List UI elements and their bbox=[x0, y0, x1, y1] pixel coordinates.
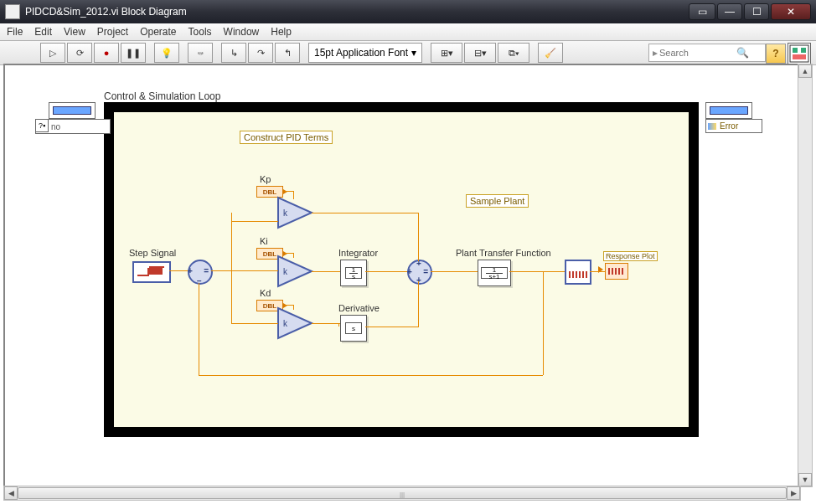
comment-plant: Sample Plant bbox=[466, 194, 529, 208]
wire bbox=[231, 221, 278, 222]
wire bbox=[543, 271, 544, 375]
plant-tf-label: Plant Transfer Function bbox=[456, 248, 551, 258]
connector-pane-icon[interactable] bbox=[788, 43, 811, 64]
wire bbox=[285, 191, 293, 192]
scroll-thumb[interactable]: ||| bbox=[18, 487, 787, 499]
wire bbox=[199, 283, 199, 375]
titlebar: PIDCD&Sim_2012.vi Block Diagram ▭ — ☐ ✕ bbox=[0, 0, 816, 23]
error-terminal[interactable]: Error bbox=[705, 119, 762, 133]
wire bbox=[285, 305, 293, 306]
wire bbox=[365, 327, 418, 327]
wire bbox=[169, 270, 188, 271]
wire bbox=[231, 213, 232, 323]
left-question-terminal[interactable]: ?▪ bbox=[35, 119, 49, 132]
svg-rect-2 bbox=[801, 48, 806, 53]
menu-edit[interactable]: Edit bbox=[34, 26, 52, 38]
derivative-node[interactable]: s bbox=[340, 315, 367, 342]
font-label: 15pt Application Font bbox=[314, 47, 408, 59]
menu-view[interactable]: View bbox=[64, 26, 85, 38]
menu-help[interactable]: Help bbox=[271, 26, 292, 38]
maximize-button[interactable]: ☐ bbox=[744, 3, 769, 20]
client-area: Control & Simulation Loop no ?▪ Error bbox=[3, 64, 813, 487]
search-box[interactable]: ▸ 🔍 bbox=[648, 44, 766, 62]
minimize-button[interactable]: — bbox=[717, 3, 742, 20]
cleanup-button[interactable]: 🧹 bbox=[538, 43, 563, 63]
run-button[interactable]: ▷ bbox=[40, 43, 65, 63]
gain-kd-node[interactable]: k bbox=[276, 306, 315, 340]
vertical-scrollbar[interactable]: ▲ ▼ bbox=[798, 64, 813, 487]
kd-label: Kd bbox=[260, 288, 271, 298]
wire bbox=[211, 270, 231, 271]
help-button[interactable]: ? bbox=[766, 44, 786, 64]
search-icon: 🔍 bbox=[736, 47, 749, 59]
gain-ki-node[interactable]: k bbox=[276, 255, 315, 288]
toolbar: ▷ ⟳ ● ❚❚ 💡 ⎃ ↳ ↷ ↰ 15pt Application Font… bbox=[0, 41, 816, 65]
wire bbox=[312, 271, 340, 272]
font-selector[interactable]: 15pt Application Font▾ bbox=[308, 43, 422, 63]
menu-project[interactable]: Project bbox=[97, 26, 128, 38]
menu-window[interactable]: Window bbox=[224, 26, 260, 38]
close-button[interactable]: ✕ bbox=[771, 3, 811, 20]
scroll-left-button[interactable]: ◀ bbox=[4, 486, 18, 500]
sim-graph-node[interactable] bbox=[565, 260, 591, 285]
app-icon bbox=[5, 4, 20, 19]
pause-button[interactable]: ❚❚ bbox=[121, 43, 146, 63]
response-plot-indicator[interactable] bbox=[605, 263, 628, 280]
wire bbox=[509, 271, 543, 272]
left-param-terminal[interactable] bbox=[49, 102, 96, 119]
menu-tools[interactable]: Tools bbox=[189, 26, 212, 38]
scroll-down-button[interactable]: ▼ bbox=[798, 473, 812, 486]
left-no-label: no bbox=[51, 122, 60, 131]
wire bbox=[312, 213, 418, 213]
block-diagram-canvas[interactable]: Control & Simulation Loop no ?▪ Error bbox=[5, 65, 793, 459]
menubar: File Edit View Project Operate Tools Win… bbox=[0, 23, 816, 41]
wire bbox=[285, 253, 293, 254]
step-over-button[interactable]: ↷ bbox=[248, 43, 273, 63]
integrator-label: Integrator bbox=[338, 248, 378, 258]
window-title: PIDCD&Sim_2012.vi Block Diagram bbox=[25, 6, 689, 18]
canvas-scroll[interactable]: Control & Simulation Loop no ?▪ Error bbox=[5, 65, 811, 486]
ki-label: Ki bbox=[260, 236, 268, 246]
align-button[interactable]: ⊞▾ bbox=[431, 43, 462, 63]
distribute-button[interactable]: ⊟▾ bbox=[464, 43, 496, 63]
highlight-exec-button[interactable]: 💡 bbox=[154, 43, 179, 63]
wire bbox=[543, 271, 565, 272]
retain-wire-button[interactable]: ⎃ bbox=[188, 43, 213, 63]
plant-tf-node[interactable]: 1 s+1 bbox=[478, 260, 511, 286]
step-label: Step Signal bbox=[129, 248, 176, 258]
wire bbox=[293, 305, 294, 310]
wire bbox=[231, 323, 278, 324]
step-into-button[interactable]: ↳ bbox=[221, 43, 246, 63]
wire bbox=[199, 375, 543, 376]
wire bbox=[590, 271, 605, 272]
run-continuous-button[interactable]: ⟳ bbox=[67, 43, 92, 63]
wire bbox=[231, 270, 278, 271]
window-button-aux[interactable]: ▭ bbox=[689, 3, 715, 20]
search-input[interactable] bbox=[658, 47, 736, 59]
menu-operate[interactable]: Operate bbox=[140, 26, 176, 38]
derivative-label: Derivative bbox=[338, 303, 380, 313]
abort-button[interactable]: ● bbox=[94, 43, 119, 63]
gain-kp-node[interactable]: k bbox=[276, 196, 315, 229]
scroll-up-button[interactable]: ▲ bbox=[798, 64, 812, 78]
error-label: Error bbox=[720, 121, 738, 131]
svg-rect-1 bbox=[793, 48, 798, 53]
right-param-terminal[interactable] bbox=[705, 102, 752, 119]
step-out-button[interactable]: ↰ bbox=[275, 43, 300, 63]
wire bbox=[431, 271, 478, 272]
wire bbox=[365, 271, 407, 272]
sum-pid-node[interactable]: + + + = bbox=[407, 260, 432, 285]
response-plot-label: Response Plot bbox=[603, 251, 658, 261]
svg-rect-3 bbox=[793, 54, 806, 59]
wire bbox=[418, 213, 419, 261]
step-signal-node[interactable] bbox=[132, 261, 171, 283]
wire bbox=[293, 253, 294, 258]
window-buttons: ▭ — ☐ ✕ bbox=[689, 3, 811, 20]
reorder-button[interactable]: ⧉▾ bbox=[498, 43, 529, 63]
sum-error-node[interactable]: + − = bbox=[188, 260, 213, 285]
integrator-node[interactable]: 1 s bbox=[340, 260, 367, 286]
horizontal-scrollbar[interactable]: ◀ ||| ▶ bbox=[3, 486, 801, 501]
scroll-right-button[interactable]: ▶ bbox=[787, 486, 800, 500]
comment-pid: Construct PID Terms bbox=[240, 131, 333, 144]
menu-file[interactable]: File bbox=[7, 26, 23, 38]
